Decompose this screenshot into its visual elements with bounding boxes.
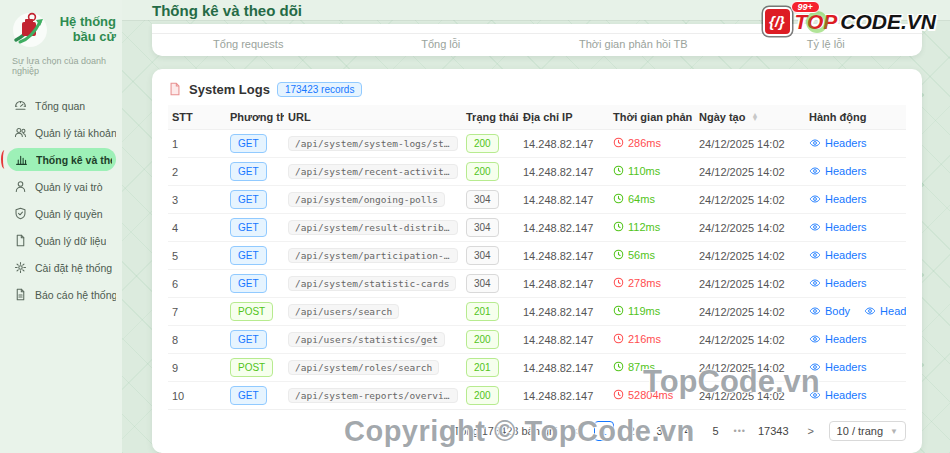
- records-count-badge: 173423 records: [277, 82, 363, 97]
- headers-action-link[interactable]: Headers: [809, 249, 867, 261]
- pagination-page-4[interactable]: 4: [678, 421, 698, 441]
- method-tag: POST: [230, 302, 273, 321]
- stats-divider: [152, 33, 922, 34]
- headers-action-link[interactable]: Headers: [809, 165, 867, 177]
- cell-response-time: 52804ms: [609, 382, 695, 410]
- headers-action-link[interactable]: Headers: [809, 389, 867, 401]
- pagination-last-page-button[interactable]: 17343: [754, 421, 793, 441]
- cell-ip: 14.248.82.147: [519, 326, 609, 354]
- cell-date: 24/12/2025 14:02: [695, 158, 805, 186]
- cell-stt: 10: [168, 382, 226, 410]
- sidebar-item-3[interactable]: Quản lý vai trò: [0, 175, 122, 198]
- status-tag: 304: [466, 218, 499, 237]
- app-title: Hệ thống bầu cử: [55, 15, 116, 45]
- cell-status: 304: [462, 214, 519, 242]
- cell-url: /api/users/search: [284, 298, 462, 326]
- headers-action-link[interactable]: Headers: [809, 137, 867, 149]
- clock-icon: [613, 193, 624, 204]
- cell-response-time: 110ms: [609, 158, 695, 186]
- sidebar-item-1[interactable]: Quản lý tài khoản: [0, 121, 122, 144]
- headers-action-link[interactable]: Headers: [864, 305, 906, 317]
- column-header[interactable]: Phương thức▼: [226, 105, 284, 130]
- column-header: Hành động: [805, 105, 906, 130]
- cell-stt: 8: [168, 326, 226, 354]
- column-header: URL: [284, 105, 462, 130]
- cell-ip: 14.248.82.147: [519, 382, 609, 410]
- clock-icon: [613, 333, 624, 344]
- cell-method: GET: [226, 214, 284, 242]
- cell-url: /api/system-reports/overview?fromDate=20…: [284, 382, 462, 410]
- headers-action-link[interactable]: Headers: [809, 193, 867, 205]
- sidebar-item-2[interactable]: Thống kê và theo d...: [7, 148, 116, 171]
- cell-url: /api/system/roles/search: [284, 354, 462, 382]
- cell-date: 24/12/2025 14:02: [695, 354, 805, 382]
- column-header[interactable]: Ngày tạo▲▼: [695, 105, 805, 130]
- cell-response-time: 112ms: [609, 214, 695, 242]
- bar-chart-icon: [15, 153, 28, 166]
- headers-action-link[interactable]: Headers: [809, 277, 867, 289]
- pagination-next-button[interactable]: >: [801, 421, 821, 441]
- pagination-prev-button[interactable]: <: [566, 421, 586, 441]
- column-header[interactable]: Trạng thái▲▼: [462, 105, 519, 130]
- headers-action-link[interactable]: Headers: [809, 333, 867, 345]
- stat-label: Tỷ lệ lỗi: [730, 38, 923, 50]
- eye-icon: [809, 361, 821, 373]
- sidebar-item-7[interactable]: Báo cáo hệ thống: [0, 283, 122, 306]
- cell-method: GET: [226, 242, 284, 270]
- logs-title: System Logs: [189, 82, 270, 97]
- pagination-page-1[interactable]: 1: [594, 421, 614, 441]
- cell-status: 200: [462, 382, 519, 410]
- cell-url: /api/system/participation-rate-chart: [284, 242, 462, 270]
- cell-date: 24/12/2025 14:02: [695, 214, 805, 242]
- method-tag: POST: [230, 358, 273, 377]
- headers-action-link[interactable]: Headers: [809, 221, 867, 233]
- pagination-page-2[interactable]: 2: [622, 421, 642, 441]
- page-size-select[interactable]: 10 / trang ▼: [829, 421, 906, 441]
- app-logo-row: Hệ thống bầu cử: [0, 0, 122, 52]
- cell-date: 24/12/2025 14:02: [695, 130, 805, 158]
- cell-response-time: 119ms: [609, 298, 695, 326]
- dashboard-icon: [14, 99, 27, 112]
- shield-icon: [14, 207, 27, 220]
- column-header[interactable]: Thời gian phản hồi▲▼: [609, 105, 695, 130]
- system-logs-card: System Logs 173423 records STTPhương thứ…: [152, 69, 922, 453]
- pagination-page-3[interactable]: 3: [650, 421, 670, 441]
- cell-stt: 4: [168, 214, 226, 242]
- stats-labels: Tổng requestsTổng lỗiThời gian phản hồi …: [152, 38, 922, 50]
- cell-url: /api/system/statistic-cards: [284, 270, 462, 298]
- clock-icon: [613, 137, 624, 148]
- column-header: Địa chỉ IP: [519, 105, 609, 130]
- cell-date: 24/12/2025 14:02: [695, 382, 805, 410]
- cell-actions: Headers: [805, 354, 906, 382]
- cell-method: GET: [226, 382, 284, 410]
- cell-stt: 9: [168, 354, 226, 382]
- pagination-ellipsis[interactable]: •••: [734, 426, 746, 436]
- sidebar-item-label: Quản lý tài khoản: [35, 127, 116, 139]
- eye-icon: [809, 305, 821, 317]
- log-row-7: 7POST/api/users/search20114.248.82.14711…: [168, 298, 906, 326]
- cell-ip: 14.248.82.147: [519, 298, 609, 326]
- team-icon: [14, 126, 27, 139]
- headers-action-link[interactable]: Headers: [809, 361, 867, 373]
- body-action-link[interactable]: Body: [809, 305, 850, 317]
- sidebar-item-4[interactable]: Quản lý quyền: [0, 202, 122, 225]
- cell-url: /api/system/system-logs/statistics?type=…: [284, 130, 462, 158]
- log-row-9: 9POST/api/system/roles/search20114.248.8…: [168, 354, 906, 382]
- cell-ip: 14.248.82.147: [519, 270, 609, 298]
- pagination-page-5[interactable]: 5: [706, 421, 726, 441]
- url-code: /api/users/search: [288, 304, 399, 319]
- cell-ip: 14.248.82.147: [519, 186, 609, 214]
- status-tag: 200: [466, 134, 499, 153]
- eye-icon: [809, 277, 821, 289]
- cell-method: GET: [226, 326, 284, 354]
- sidebar-item-0[interactable]: Tổng quan: [0, 94, 122, 117]
- sidebar-item-5[interactable]: Quản lý dữ liệu: [0, 229, 122, 252]
- sorter-icon[interactable]: ▲▼: [751, 113, 758, 121]
- url-code: /api/system/system-logs/statistics?type=…: [288, 136, 458, 151]
- stat-label: Thời gian phản hồi TB: [537, 38, 730, 50]
- sidebar-item-6[interactable]: Cài đặt hệ thống: [0, 256, 122, 279]
- page-header: Thống kê và theo dõi: [122, 0, 950, 20]
- stat-label: Tổng requests: [152, 38, 345, 50]
- cell-response-time: 56ms: [609, 242, 695, 270]
- cell-method: GET: [226, 186, 284, 214]
